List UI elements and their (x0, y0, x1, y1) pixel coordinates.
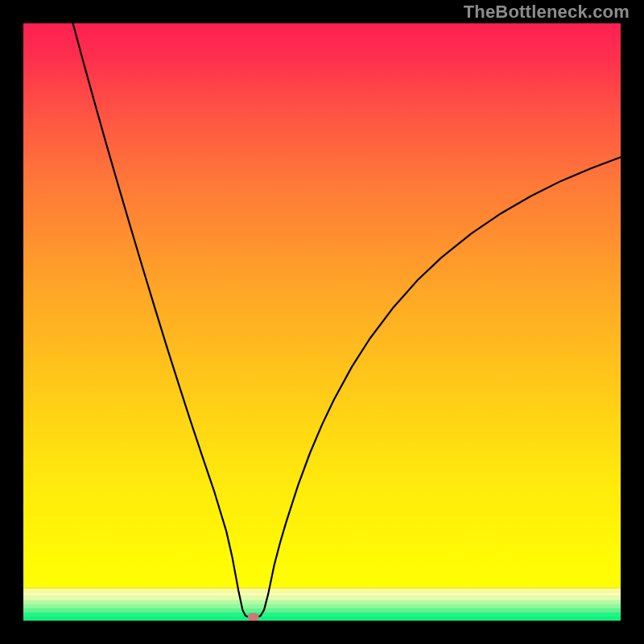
bottom-band-strip (23, 600, 621, 605)
bottom-band-strip (23, 588, 621, 592)
minimum-marker (248, 613, 259, 621)
plot-area (23, 23, 621, 621)
frame: TheBottleneck.com (0, 0, 644, 644)
bottom-band-strip (23, 609, 621, 613)
watermark-text: TheBottleneck.com (464, 2, 630, 23)
gradient-background (23, 23, 621, 588)
bottom-band-strip (23, 592, 621, 597)
chart-svg (23, 23, 621, 621)
bottom-band-strip (23, 617, 621, 621)
bottom-band-strip (23, 613, 621, 617)
bottom-band-strip (23, 605, 621, 609)
bottom-band-strip (23, 596, 621, 601)
